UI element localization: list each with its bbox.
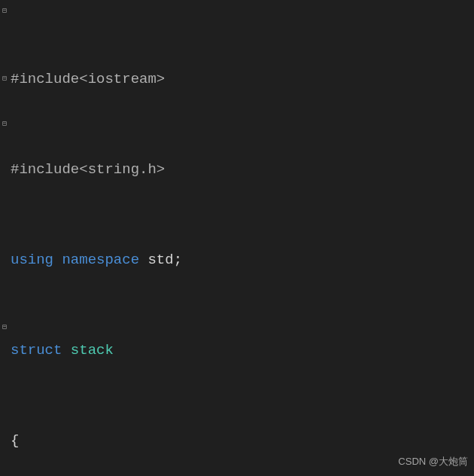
- gutter-line: [0, 362, 9, 384]
- hash: #: [11, 158, 19, 181]
- include-kw: include: [19, 68, 79, 90]
- gutter-line: [0, 23, 9, 45]
- code-line[interactable]: #include<string.h>: [11, 158, 474, 181]
- fold-icon[interactable]: ⊟: [0, 0, 9, 23]
- semicolon: ;: [174, 249, 182, 271]
- gutter-line: [0, 226, 9, 249]
- gutter-line: [0, 90, 9, 113]
- struct-kw: struct: [11, 339, 62, 362]
- namespace-kw: namespace: [62, 249, 139, 271]
- gutter-line: [0, 249, 9, 271]
- header-name: string.h: [88, 158, 156, 181]
- include-kw: include: [19, 158, 79, 181]
- watermark: CSDN @大炮筒: [398, 450, 468, 473]
- gutter-line: [0, 158, 9, 181]
- fold-icon[interactable]: ⊟: [0, 68, 9, 90]
- code-line[interactable]: using namespace std;: [11, 249, 474, 271]
- gutter-line: [0, 271, 9, 294]
- gutter-line: [0, 429, 9, 452]
- angle-close: >: [156, 158, 165, 181]
- std-ident: std: [147, 249, 173, 271]
- type-name: stack: [71, 339, 114, 362]
- angle-open: <: [79, 68, 87, 90]
- gutter-line: [0, 339, 9, 362]
- code-line[interactable]: {: [11, 429, 474, 452]
- gutter-line: [0, 294, 9, 316]
- gutter-line: [0, 45, 9, 68]
- header-name: iostream: [88, 68, 156, 90]
- gutter-line: [0, 181, 9, 203]
- angle-open: <: [79, 158, 87, 181]
- hash: #: [11, 68, 19, 90]
- gutter-line: [0, 203, 9, 226]
- gutter-line: [0, 407, 9, 429]
- code-editor[interactable]: ⊟ ⊟ ⊟ ⊟ #include<iostream> #include<stri…: [0, 0, 474, 476]
- code-line[interactable]: #include<iostream>: [11, 68, 474, 90]
- brace: {: [11, 429, 19, 452]
- code-line[interactable]: struct stack: [11, 339, 474, 362]
- angle-close: >: [156, 68, 165, 90]
- using-kw: using: [11, 249, 53, 271]
- fold-icon[interactable]: ⊟: [0, 316, 9, 339]
- fold-icon[interactable]: ⊟: [0, 113, 9, 136]
- fold-gutter[interactable]: ⊟ ⊟ ⊟ ⊟: [0, 0, 9, 476]
- gutter-line: [0, 384, 9, 407]
- gutter-line: [0, 136, 9, 158]
- code-lines[interactable]: #include<iostream> #include<string.h> us…: [9, 0, 474, 476]
